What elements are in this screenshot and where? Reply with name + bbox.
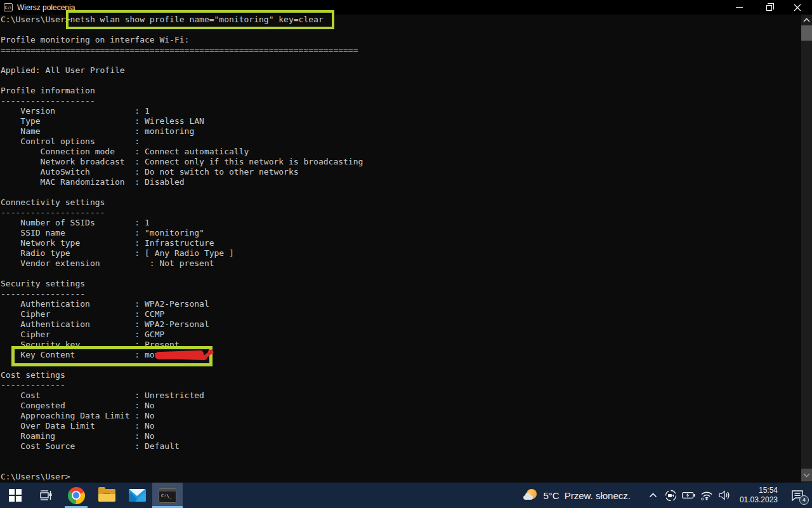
restore-icon — [766, 5, 772, 11]
taskbar-apps: C:\_ — [0, 483, 183, 508]
chrome-icon — [68, 487, 85, 504]
window-title: Wiersz polecenia — [17, 3, 75, 12]
network-button[interactable] — [699, 486, 714, 504]
chevron-up-icon — [649, 493, 657, 498]
wifi-icon — [700, 491, 713, 500]
terminal-output[interactable]: C:\Users\User>netsh wlan show profile na… — [1, 15, 801, 483]
start-button[interactable] — [0, 483, 30, 508]
task-view-icon — [39, 488, 53, 502]
window-controls — [724, 0, 812, 15]
battery-button[interactable] — [681, 486, 697, 504]
taskbar-chrome[interactable] — [61, 483, 91, 508]
windows-logo-icon — [9, 489, 22, 502]
file-explorer-icon — [98, 489, 115, 502]
taskbar-clock[interactable]: 15:54 01.03.2023 — [740, 486, 778, 505]
chevron-up-icon — [803, 18, 810, 22]
volume-button[interactable] — [717, 486, 732, 504]
clock-time: 15:54 — [740, 486, 778, 495]
weather-sun-cloud-icon — [522, 488, 539, 503]
temperature-label: 5°C — [544, 490, 560, 501]
task-view-button[interactable] — [30, 483, 61, 508]
battery-charging-icon — [682, 491, 695, 499]
system-tray: 5°C Przew. słonecz. — [522, 483, 812, 508]
taskbar-cmd-active[interactable]: C:\_ — [152, 483, 183, 508]
weather-condition-label: Przew. słonecz. — [565, 490, 631, 501]
scrollbar-down-arrow[interactable] — [801, 469, 812, 481]
notification-badge: 4 — [799, 495, 809, 505]
minimize-button[interactable] — [724, 0, 754, 15]
cmd-window-icon: C:\ — [4, 3, 13, 11]
scrollbar-up-arrow[interactable] — [801, 15, 812, 25]
titlebar[interactable]: C:\ Wiersz polecenia — [0, 0, 812, 15]
clock-date: 01.03.2023 — [740, 495, 778, 505]
tray-expand-button[interactable] — [646, 486, 661, 504]
restore-button[interactable] — [754, 0, 783, 15]
taskbar-mail[interactable] — [122, 483, 152, 508]
desktop: C:\ Wiersz polecenia C:\Users\User>netsh… — [0, 0, 812, 508]
chevron-down-icon — [803, 473, 810, 478]
taskbar-file-explorer[interactable] — [91, 483, 122, 508]
scrollbar[interactable] — [801, 15, 812, 483]
mail-icon — [129, 489, 146, 502]
cmd-icon-text: C:\_ — [161, 493, 172, 498]
taskbar: C:\_ 5°C Przew. słonecz. — [0, 483, 812, 508]
close-button[interactable] — [783, 0, 812, 15]
close-icon — [794, 4, 801, 11]
meet-now-button[interactable] — [664, 486, 679, 504]
weather-widget[interactable]: 5°C Przew. słonecz. — [522, 488, 631, 503]
meet-now-icon — [665, 490, 677, 502]
cmd-window: C:\ Wiersz polecenia C:\Users\User>netsh… — [0, 0, 812, 483]
scrollbar-thumb[interactable] — [801, 25, 812, 41]
cmd-icon: C:\_ — [159, 488, 176, 503]
action-center-button[interactable]: 4 — [787, 486, 808, 505]
speaker-icon — [718, 490, 731, 500]
minimize-icon — [736, 7, 743, 8]
